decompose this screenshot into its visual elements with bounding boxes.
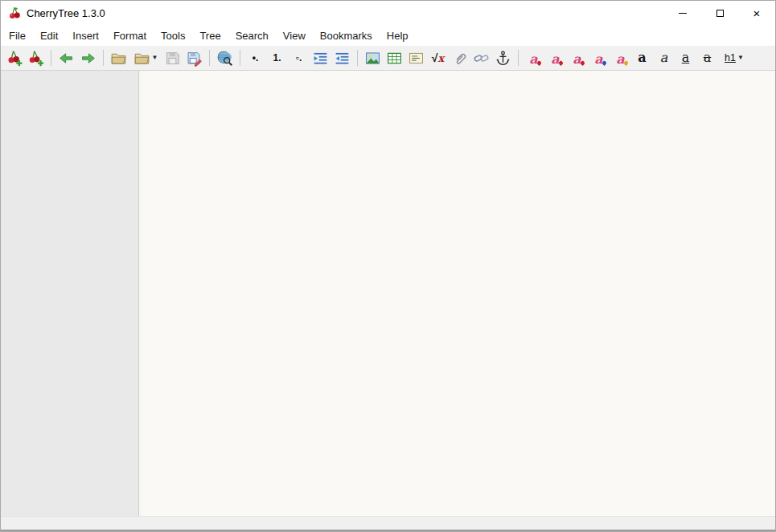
numbered-list-button[interactable]: 1. — [266, 47, 288, 68]
link-icon — [473, 50, 490, 67]
format-latest-icon: a — [527, 50, 541, 66]
insert-formula-button[interactable]: √ x — [427, 47, 449, 68]
menu-tree[interactable]: Tree — [192, 27, 228, 45]
maximize-button[interactable] — [701, 1, 738, 25]
toolbar-separator — [240, 50, 240, 66]
italic-icon: a — [660, 51, 668, 64]
foreground-color-button[interactable]: a — [566, 47, 588, 68]
titlebar: CherryTree 1.3.0 × — [1, 1, 775, 25]
recent-dropdown-icon: ▼ — [152, 55, 158, 61]
remove-formatting-icon: a — [548, 50, 563, 66]
insert-link-button[interactable] — [470, 47, 492, 68]
italic-button[interactable]: a — [653, 47, 675, 68]
paperclip-icon — [451, 50, 468, 67]
forward-arrow-icon — [80, 50, 96, 67]
indent-right-icon — [312, 50, 329, 67]
window-controls: × — [664, 1, 775, 25]
menu-edit[interactable]: Edit — [33, 27, 65, 45]
indent-left-icon — [334, 50, 351, 67]
cherry-plus-icon — [6, 50, 23, 67]
menu-tools[interactable]: Tools — [154, 27, 192, 45]
monospace-icon: a — [614, 50, 628, 66]
remove-formatting-button[interactable]: a — [544, 47, 566, 68]
todo-list-icon: ▫. — [296, 53, 302, 63]
menu-insert[interactable]: Insert — [65, 27, 106, 45]
close-button[interactable]: × — [738, 1, 775, 25]
go-back-button[interactable] — [55, 47, 77, 68]
foreground-color-icon: a — [570, 50, 585, 66]
new-subnode-button[interactable] — [25, 47, 47, 68]
back-arrow-icon — [58, 50, 75, 67]
background-color-icon: a — [592, 50, 606, 66]
toolbar-separator — [103, 50, 104, 66]
indent-left-button[interactable] — [331, 47, 353, 68]
save-floppy-icon — [164, 50, 181, 67]
menu-bookmarks[interactable]: Bookmarks — [313, 27, 380, 45]
minimize-icon — [679, 13, 687, 14]
menu-view[interactable]: View — [276, 27, 313, 45]
table-icon — [386, 50, 403, 67]
toolbar: ▼ •. 1. ▫. — [1, 46, 775, 71]
window-title: CherryTree 1.3.0 — [27, 7, 105, 19]
statusbar — [1, 516, 775, 530]
open-folder-icon — [110, 50, 127, 67]
todo-list-button[interactable]: ▫. — [288, 47, 310, 68]
bullet-list-button[interactable]: •. — [244, 47, 266, 68]
menu-file[interactable]: File — [2, 27, 33, 45]
find-button[interactable] — [214, 47, 236, 68]
heading-1-button[interactable]: h1 ▼ — [718, 47, 750, 68]
new-node-button[interactable] — [3, 47, 25, 68]
background-color-button[interactable]: a — [588, 47, 610, 68]
toolbar-separator — [357, 50, 358, 66]
cherrytree-logo-icon — [7, 6, 22, 20]
toolbar-separator — [518, 50, 519, 66]
go-forward-button[interactable] — [77, 47, 99, 68]
insert-table-button[interactable] — [384, 47, 405, 68]
cherry-subnode-plus-icon — [27, 50, 44, 67]
minimize-button[interactable] — [664, 1, 701, 25]
heading-1-icon: h1 — [725, 53, 736, 63]
open-folder-icon — [133, 50, 150, 67]
heading-dropdown-icon: ▼ — [737, 55, 744, 61]
close-icon: × — [753, 7, 761, 19]
save-as-button[interactable] — [183, 47, 205, 68]
format-latest-button[interactable]: a — [523, 47, 544, 68]
anchor-icon — [495, 50, 511, 67]
bold-icon: a — [638, 51, 646, 64]
save-button[interactable] — [162, 47, 183, 68]
insert-image-button[interactable] — [362, 47, 384, 68]
save-as-icon — [186, 50, 203, 67]
open-file-button[interactable] — [108, 47, 129, 68]
strikethrough-icon: a — [704, 51, 712, 64]
search-globe-icon — [216, 50, 233, 67]
window-bottom-edge — [1, 530, 775, 531]
bold-button[interactable]: a — [631, 47, 653, 68]
open-recent-button[interactable]: ▼ — [129, 47, 162, 68]
text-editor-area[interactable] — [142, 71, 775, 516]
toolbar-separator — [51, 50, 51, 66]
main-area — [1, 71, 775, 516]
indent-right-button[interactable] — [310, 47, 331, 68]
maximize-icon — [716, 10, 724, 17]
strikethrough-button[interactable]: a — [696, 47, 718, 68]
numbered-list-icon: 1. — [273, 53, 281, 63]
image-icon — [364, 50, 381, 67]
menubar: File Edit Insert Format Tools Tree Searc… — [1, 25, 775, 46]
insert-anchor-button[interactable] — [492, 47, 514, 68]
underline-icon: a — [682, 51, 690, 64]
underline-button[interactable]: a — [675, 47, 696, 68]
formula-x-icon: x — [437, 53, 444, 63]
insert-codebox-button[interactable] — [405, 47, 427, 68]
attach-file-button[interactable] — [449, 47, 470, 68]
menu-format[interactable]: Format — [106, 27, 154, 45]
formula-sqrt-icon: √ — [432, 52, 438, 63]
bullet-list-icon: •. — [253, 53, 259, 63]
node-tree-panel[interactable] — [1, 71, 139, 516]
menu-help[interactable]: Help — [380, 27, 416, 45]
menu-search[interactable]: Search — [228, 27, 276, 45]
toolbar-separator — [209, 50, 210, 66]
codebox-icon — [408, 50, 425, 67]
monospace-button[interactable]: a — [610, 47, 631, 68]
